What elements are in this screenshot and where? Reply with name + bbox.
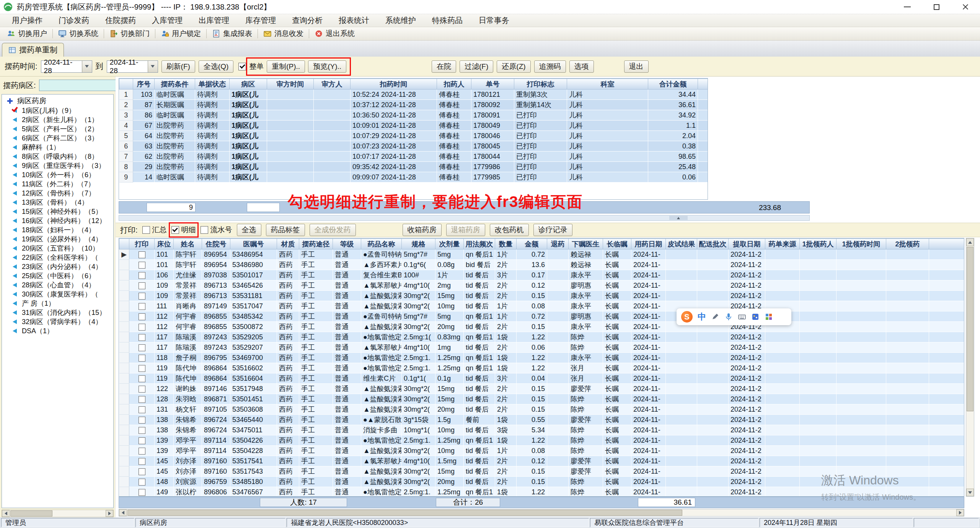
column-header[interactable]: 用法频次: [464, 239, 495, 249]
tree-item[interactable]: 13病区（骨科）（4）: [2, 198, 113, 207]
scroll-right-button[interactable]: [956, 509, 964, 516]
menu-item[interactable]: 日常事务: [471, 14, 517, 27]
menu-item[interactable]: 住院摆药: [97, 14, 144, 27]
tree-item[interactable]: DSA（1）: [2, 326, 113, 336]
trace-code-button[interactable]: 追溯码: [534, 60, 566, 73]
restore-button[interactable]: 还原(Z): [497, 60, 530, 73]
table-row[interactable]: 118詹子桐89679553469700西药手工普通●地氯雷他定2.5mg:1.…: [119, 353, 964, 363]
in-hospital-button[interactable]: 在院: [432, 60, 456, 73]
pen-icon[interactable]: [711, 313, 719, 321]
row-print-checkbox[interactable]: [139, 282, 145, 289]
row-print-checkbox[interactable]: [139, 448, 145, 455]
table-row[interactable]: 139邓学平89711453504228西药手工普通▲盐酸氨溴索30mg*2(1…: [119, 446, 964, 456]
row-print-checkbox[interactable]: [139, 375, 145, 382]
column-header[interactable]: 用药日期: [631, 239, 666, 249]
row-print-checkbox[interactable]: [139, 417, 145, 424]
ime-mode-indicator[interactable]: 中: [698, 311, 706, 323]
toolbar-button[interactable]: 切换用户: [3, 28, 51, 39]
keyboard-icon[interactable]: [738, 313, 746, 321]
table-row[interactable]: 287长期医嘱待调剂1病区(儿10:37:12 2024-11-28傅春桂178…: [119, 100, 708, 110]
table-row[interactable]: 128朱羽晗89687153501451西药手工普通▲盐酸氨溴索30mg*2(1…: [119, 394, 964, 404]
tree-item[interactable]: 23病区（内分泌科）（4）: [2, 262, 113, 271]
row-print-checkbox[interactable]: [139, 293, 145, 300]
skin-palette-icon[interactable]: [751, 313, 760, 321]
tree-horizontal-scrollbar[interactable]: [2, 510, 114, 517]
date-from-field[interactable]: 2024-11-28: [41, 60, 92, 73]
column-header[interactable]: 单据状态: [195, 79, 230, 90]
tree-item[interactable]: 32病区（肾病学科）（4）: [2, 317, 113, 326]
column-header[interactable]: 单号: [471, 79, 514, 90]
table-row[interactable]: 117陈瑞溪89724353529207西药手工普通▲氯苯那敏片4mg*10(1…: [119, 342, 964, 353]
row-print-checkbox[interactable]: [139, 386, 145, 393]
column-header[interactable]: 药单来源: [765, 239, 800, 249]
filter-button[interactable]: 过滤(F): [460, 60, 493, 73]
row-print-checkbox[interactable]: [139, 406, 145, 413]
table-row[interactable]: 111肖晰冉89714953517047西药手工普通▲盐酸氨溴索30mg*2(1…: [119, 301, 964, 311]
row-print-checkbox[interactable]: [139, 313, 145, 320]
column-header[interactable]: 扣药人: [437, 79, 471, 90]
column-header[interactable]: 退药: [547, 239, 569, 249]
column-header[interactable]: 提取日期: [729, 239, 765, 249]
scroll-left-button[interactable]: [2, 510, 10, 517]
menu-item[interactable]: 特殊药品: [424, 14, 471, 27]
tree-root-item[interactable]: 病区药房: [2, 96, 113, 106]
table-row[interactable]: 131杨文轩89710553503608西药手工普通▲盐酸氨溴索30mg*2(2…: [119, 404, 964, 415]
scrollbar-thumb[interactable]: [127, 510, 682, 516]
tree-item[interactable]: 产 房（1）: [2, 299, 113, 308]
tree-item[interactable]: 30病区（康复医学科）（: [2, 290, 113, 299]
table-row[interactable]: 109常景祥89671353531181西药手工普通▲盐酸氨溴索30mg*2(1…: [119, 291, 964, 301]
row-print-checkbox[interactable]: [139, 489, 145, 496]
table-row[interactable]: 914临时医嘱待调剂1病区(儿09:09:07 2024-11-28傅春桂177…: [119, 172, 708, 183]
column-header[interactable]: 床位: [155, 239, 174, 249]
column-header[interactable]: 下嘱医生: [569, 239, 603, 249]
menu-item[interactable]: 出库管理: [191, 14, 237, 27]
menu-item[interactable]: 库存管理: [237, 14, 284, 27]
column-header[interactable]: 打印标志: [514, 79, 567, 90]
preview-button[interactable]: 预览(Y)..: [308, 60, 346, 73]
column-header[interactable]: 医嘱号: [230, 239, 277, 249]
scrollbar-thumb[interactable]: [967, 247, 973, 411]
table-row[interactable]: 564出院带药待调剂1病区(儿10:07:29 2024-11-28傅春桂178…: [119, 131, 708, 141]
menu-item[interactable]: 报表统计: [331, 14, 377, 27]
tree-item[interactable]: 28病区（心血管）（4）: [2, 280, 113, 290]
column-header[interactable]: 2批领药: [886, 239, 929, 249]
details-horizontal-scrollbar[interactable]: [119, 509, 964, 517]
row-print-checkbox[interactable]: [139, 437, 145, 444]
menu-item[interactable]: 入库管理: [144, 14, 191, 27]
scroll-up-button[interactable]: [966, 238, 974, 246]
toolbar-button[interactable]: 切换系统: [54, 28, 102, 39]
column-header[interactable]: 姓名: [174, 239, 202, 249]
row-print-checkbox[interactable]: [139, 365, 145, 372]
column-header[interactable]: 长临嘱: [603, 239, 631, 249]
receive-pharmacy-button[interactable]: 收箱药房: [403, 224, 442, 236]
tree-item[interactable]: 16病区（神经内科）（12）: [2, 216, 113, 225]
table-row[interactable]: 386临时医嘱待调剂1病区(儿10:36:50 2024-11-28傅春桂178…: [119, 110, 708, 121]
serial-checkbox-group[interactable]: 流水号: [201, 225, 232, 235]
table-row[interactable]: 138朱锦希89672453475011西药手工普通消旋卡多曲10mg*1(10…: [119, 425, 964, 435]
column-header[interactable]: 1批领药人: [800, 239, 837, 249]
column-header[interactable]: 药品名称: [361, 239, 402, 249]
row-print-checkbox[interactable]: [139, 251, 145, 258]
scrollbar-thumb[interactable]: [10, 510, 52, 517]
toolbox-grid-icon[interactable]: [765, 313, 773, 321]
tree-item[interactable]: 8病区（呼吸内科）（8）: [2, 152, 113, 161]
table-row[interactable]: 122谢昀姝89714653517948西药手工普通▲盐酸氨溴索30mg*2(1…: [119, 384, 964, 394]
tree-item[interactable]: 9病区（重症医学科）（3）: [2, 161, 113, 170]
toolbar-button[interactable]: 消息收发: [259, 28, 307, 39]
scrollbar-track[interactable]: [966, 246, 974, 489]
table-row[interactable]: 117陈瑞溪89724353529205西药手工普通●地氯雷他定2.5mg:1(…: [119, 332, 964, 342]
summary-checkbox-group[interactable]: 汇总: [142, 225, 167, 235]
column-header[interactable]: 皮试结果: [666, 239, 697, 249]
repack-machine-button[interactable]: 改包药机: [490, 224, 529, 236]
tree-item[interactable]: 1病区(儿科)（9）: [2, 106, 113, 115]
menu-item[interactable]: 用户操作: [4, 14, 51, 27]
minimize-button[interactable]: [893, 0, 922, 14]
row-print-checkbox[interactable]: [139, 458, 145, 465]
table-row[interactable]: 112何宇睿89685553485342西药手工普通●孟鲁司特钠5mg*7#5m…: [119, 311, 964, 322]
table-row[interactable]: 106尤佳缘89703853501017西药手工普通复合维生素B100#1片ti…: [119, 270, 964, 280]
column-header[interactable]: 次剂量: [435, 239, 464, 249]
toolbar-button[interactable]: 切换部门: [106, 28, 153, 39]
toolbar-button[interactable]: 用户锁定: [157, 28, 205, 39]
table-row[interactable]: 829出院带药待调剂1病区(儿09:35:42 2024-11-28傅春桂177…: [119, 162, 708, 172]
column-header[interactable]: 住院号: [202, 239, 230, 249]
